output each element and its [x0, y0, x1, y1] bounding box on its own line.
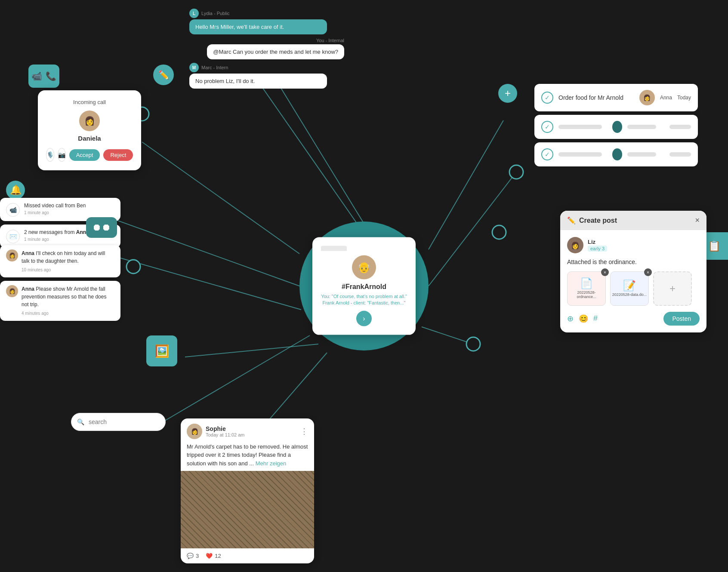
post-footer: 💬 3 ❤️ 12 [181, 548, 314, 563]
mic-btn[interactable]: 🎙️ [46, 148, 54, 162]
search-box[interactable]: 🔍 [71, 413, 166, 431]
add-content-icon[interactable]: ⊕ [567, 314, 574, 323]
chat-bubble-2: @Marc Can you order the meds and let me … [207, 44, 344, 59]
patient-name: #FrankArnold [321, 283, 407, 291]
pdf-icon: 📄 [580, 277, 593, 289]
create-user-badge: early 3 [588, 246, 607, 252]
hashtag-icon[interactable]: # [593, 314, 598, 323]
message-cards: 👩 Anna I'll check on him today and will … [0, 245, 120, 321]
comment-btn[interactable]: 💬 3 [187, 553, 199, 559]
plus-icon: + [669, 283, 676, 295]
remove-pdf-btn[interactable]: × [601, 268, 609, 276]
svg-point-15 [492, 225, 506, 239]
message-card-1[interactable]: 👩 Anna I'll check on him today and will … [0, 245, 120, 277]
post-time: Today at 11:02 am [206, 432, 245, 437]
patient-preview: You: "Of course, that's no problem at al… [321, 293, 407, 307]
svg-line-2 [90, 211, 299, 286]
sender1-avatar: L [189, 9, 199, 18]
edit-icon[interactable]: ✏️ [153, 65, 174, 85]
bell-icon[interactable]: 🔔 [6, 181, 25, 200]
sender3-avatar: M [189, 63, 199, 72]
chat-area: L Lydia - Public Hello Mrs Miller, we'll… [181, 0, 353, 101]
missed-call-text: Missed video call from Ben 1 minute ago [24, 202, 86, 215]
post-user: 👩 Sophie Today at 11:02 am [187, 424, 245, 439]
svg-line-5 [185, 344, 318, 357]
incoming-call-title: Incoming call [46, 99, 133, 105]
task-item-1[interactable]: ✓ Order food for Mr Arnold 👩 Anna Today [534, 84, 698, 111]
task-dot-3 [612, 148, 622, 160]
post-more-link[interactable]: Mehr zeigen [256, 460, 287, 467]
task-bar3-2 [669, 125, 691, 129]
image-icon-box[interactable]: 🖼️ [146, 335, 177, 366]
create-user-name: Liz [588, 239, 607, 245]
patient-card[interactable]: 👴 #FrankArnold You: "Of course, that's n… [312, 237, 416, 335]
like-btn[interactable]: ❤️ 12 [206, 553, 221, 559]
create-post-header: ✏️ Create post × [560, 211, 706, 230]
chat-bubble-3: No problem Liz, I'll do it. [189, 74, 327, 89]
video-phone-box[interactable]: 📹 📞 [28, 65, 59, 88]
communication-icons: 📹 📞 [28, 65, 59, 88]
task-date-1: Today [677, 95, 691, 101]
create-post-toolbar: ⊕ 😊 # Posten [567, 312, 700, 326]
word-icon: 📝 [623, 280, 636, 292]
create-post-text: Attached is the ordinance. [567, 258, 700, 265]
svg-point-14 [509, 165, 523, 179]
svg-line-9 [422, 327, 473, 344]
task-check-2: ✓ [541, 121, 553, 133]
post-header: 👩 Sophie Today at 11:02 am ⋮ [181, 418, 314, 443]
post-card: 👩 Sophie Today at 11:02 am ⋮ Mr Arnold's… [181, 418, 314, 564]
svg-line-8 [429, 172, 516, 286]
new-messages-text: 2 new messages from Anna 1 minute ago [24, 229, 89, 242]
task-item-2[interactable]: ✓ [534, 115, 698, 139]
task-item-3[interactable]: ✓ [534, 142, 698, 166]
call-actions: 🎙️ 📷 Accept Reject [46, 148, 133, 162]
reject-button[interactable]: Reject [103, 149, 133, 161]
post-avatar: 👩 [187, 424, 202, 439]
attachment-word[interactable]: 📝 20220528-data.do... × [610, 271, 649, 306]
patient-navigate-btn[interactable]: › [356, 311, 372, 326]
add-button[interactable]: + [498, 84, 517, 103]
task-bar2-2 [627, 125, 656, 129]
voicemail-icon[interactable]: ⏺⏺ [86, 217, 117, 238]
search-input[interactable] [71, 413, 166, 431]
create-user-avatar: 👩 [567, 237, 583, 253]
task-bar-2 [558, 125, 602, 129]
attachment-pdf[interactable]: 📄 20220528-ordnance... × [567, 271, 606, 306]
chat-message-1: L Lydia - Public Hello Mrs Miller, we'll… [189, 9, 344, 34]
post-text: Mr Arnold's carpet has to be removed. He… [181, 443, 314, 471]
video-icon: 📹 [31, 71, 42, 81]
attachments: 📄 20220528-ordnance... × 📝 20220528-data… [567, 271, 700, 306]
post-menu-btn[interactable]: ⋮ [300, 427, 308, 436]
svg-line-3 [120, 258, 301, 310]
add-attachment-btn[interactable]: + [653, 271, 692, 306]
emoji-icon[interactable]: 😊 [579, 314, 588, 323]
anna-avatar-2: 👩 [6, 285, 18, 297]
svg-point-13 [126, 260, 140, 274]
incoming-call-card: Incoming call 👩 Daniela 🎙️ 📷 Accept Reje… [38, 90, 141, 170]
accept-button[interactable]: Accept [69, 149, 100, 161]
task-check-3: ✓ [541, 148, 553, 160]
search-icon: 🔍 [77, 418, 84, 425]
phone-icon: 📞 [46, 71, 56, 81]
chat-message-3: M Marc - Intern No problem Liz, I'll do … [189, 63, 344, 89]
task-bar2-3 [627, 152, 656, 157]
anna-avatar-1: 👩 [6, 249, 18, 261]
task-assignee-1: Anna [660, 95, 672, 101]
task-list: ✓ Order food for Mr Arnold 👩 Anna Today … [534, 84, 698, 166]
caller-name: Daniela [46, 135, 133, 142]
missed-call-icon: 📹 [6, 203, 20, 217]
toolbar-icons: ⊕ 😊 # [567, 314, 598, 323]
create-post-title: ✏️ Create post [567, 216, 617, 224]
message-card-2[interactable]: 👩 Anna Please show Mr Arnold the fall pr… [0, 281, 120, 321]
task-assignee-avatar-1: 👩 [639, 90, 655, 105]
svg-point-16 [466, 337, 480, 351]
create-post-close-btn[interactable]: × [695, 216, 700, 225]
post-image [181, 471, 314, 548]
cam-btn[interactable]: 📷 [58, 148, 66, 162]
create-post-user: 👩 Liz early 3 [567, 237, 700, 253]
image-icon: 🖼️ [154, 344, 170, 358]
remove-word-btn[interactable]: × [644, 268, 652, 276]
task-bar-3 [558, 152, 602, 157]
post-submit-btn[interactable]: Posten [663, 312, 700, 326]
chat-message-2: You - Internal @Marc Can you order the m… [189, 38, 344, 59]
